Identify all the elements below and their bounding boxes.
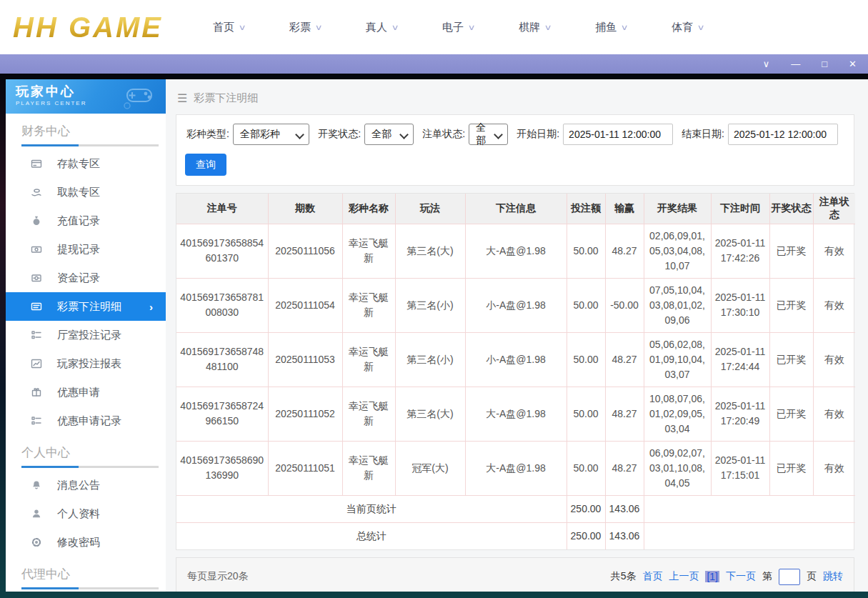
gamepad-icon <box>117 82 160 111</box>
page-summary-row: 当前页统计 250.00 143.06 <box>176 495 855 522</box>
cell-bet-amount: 50.00 <box>567 224 605 278</box>
end-date-label: 结束日期: <box>682 128 724 141</box>
page-number-input[interactable] <box>779 569 800 585</box>
section-title-finance: 财务中心 <box>21 123 166 139</box>
cell-order-status: 有效 <box>813 332 855 387</box>
nav-item-fishing[interactable]: 捕鱼 ∨ <box>595 21 627 34</box>
sidebar-item-profile[interactable]: 个人资料 <box>6 499 166 528</box>
jump-link[interactable]: 跳转 <box>823 570 843 583</box>
window-menu-chevron-icon[interactable]: ∨ <box>763 59 770 69</box>
close-button[interactable]: ✕ <box>849 59 857 69</box>
draw-status-value: 全部 <box>371 128 391 141</box>
sidebar-item-label: 彩票下注明细 <box>57 300 121 314</box>
cell-bet-time: 2025-01-11 17:30:10 <box>711 278 769 332</box>
nav-item-home[interactable]: 首页 ∨ <box>213 21 245 34</box>
logo: HH GAME <box>13 11 170 44</box>
sidebar-item-lottery-bet-detail[interactable]: 彩票下注明细 › <box>6 292 166 321</box>
col-header-order-status: 注单状态 <box>813 194 855 224</box>
cell-order-no: 401569173658854601370 <box>176 224 268 278</box>
nav-item-board-games[interactable]: 棋牌 ∨ <box>519 21 551 34</box>
top-nav: 首页 ∨ 彩票 ∨ 真人 ∨ 电子 ∨ 棋牌 ∨ 捕鱼 ∨ 体育 ∨ <box>213 21 704 34</box>
summary-bet-total: 250.00 <box>567 522 605 549</box>
end-date-input[interactable] <box>728 124 838 145</box>
sidebar-item-recharge-record[interactable]: 充值记录 <box>6 206 166 235</box>
cell-bet-time: 2025-01-11 17:15:01 <box>711 441 769 495</box>
list-card-icon <box>30 301 43 312</box>
nav-item-electronic[interactable]: 电子 ∨ <box>442 21 474 34</box>
cell-bet-info: 大-A盘@1.98 <box>465 387 567 441</box>
cell-order-no: 401569173658781008030 <box>176 278 268 332</box>
summary-bet-total: 250.00 <box>567 495 605 522</box>
sidebar-item-label: 资金记录 <box>57 271 100 285</box>
cell-play: 第三名(大) <box>395 387 465 441</box>
page-prefix-text: 第 <box>762 570 772 583</box>
sidebar-item-withdraw[interactable]: 取款专区 <box>6 178 166 206</box>
sidebar-item-deposit[interactable]: 存款专区 <box>6 149 166 178</box>
cell-draw-result: 02,06,09,01,05,03,04,08,10,07 <box>644 224 711 278</box>
col-header-bet-time: 下注时间 <box>711 194 769 224</box>
cell-bet-info: 小-A盘@1.98 <box>465 278 567 332</box>
cell-order-status: 有效 <box>813 441 855 495</box>
nav-item-lottery[interactable]: 彩票 ∨ <box>289 21 321 34</box>
cell-order-status: 有效 <box>813 224 855 278</box>
sidebar-item-promo-apply-record[interactable]: 优惠申请记录 <box>6 407 166 435</box>
cell-issue: 20250111054 <box>268 278 342 332</box>
cell-bet-amount: 50.00 <box>567 387 605 441</box>
breadcrumb: ☰ 彩票下注明细 <box>166 79 868 114</box>
section-divider <box>21 466 159 468</box>
chart-icon <box>30 358 43 369</box>
sidebar-item-promo-apply[interactable]: 优惠申请 <box>6 378 166 407</box>
minimize-button[interactable]: — <box>791 59 800 69</box>
summary-winloss-total: 143.06 <box>605 522 644 549</box>
cell-draw-status: 已开奖 <box>769 332 813 387</box>
sidebar-item-funds-record[interactable]: 资金记录 <box>6 264 166 292</box>
first-page-link[interactable]: 首页 <box>642 570 662 583</box>
cell-lottery-name: 幸运飞艇新 <box>342 278 395 332</box>
next-page-link[interactable]: 下一页 <box>726 570 756 583</box>
sidebar-item-label: 优惠申请记录 <box>57 414 121 428</box>
sidebar-item-label: 优惠申请 <box>57 386 100 399</box>
cell-winloss: 48.27 <box>605 387 644 441</box>
sidebar-item-label: 修改密码 <box>57 536 100 549</box>
order-status-value: 全部 <box>476 121 490 147</box>
hamburger-icon[interactable]: ☰ <box>177 91 187 105</box>
section-title-personal: 个人中心 <box>21 444 166 461</box>
cell-draw-status: 已开奖 <box>769 441 813 495</box>
sidebar-item-label: 取款专区 <box>57 186 100 199</box>
cell-play: 第三名(大) <box>395 224 465 278</box>
prev-page-link[interactable]: 上一页 <box>669 570 699 583</box>
lottery-type-select[interactable]: 全部彩种 <box>233 124 309 145</box>
table-row: 401569173658854601370 20250111056 幸运飞艇新 … <box>176 224 855 278</box>
search-button[interactable]: 查询 <box>185 154 226 176</box>
sidebar-item-player-bet-report[interactable]: 玩家投注报表 <box>6 349 166 378</box>
gift-icon <box>30 387 43 398</box>
table-row: 401569173658690136990 20250111051 幸运飞艇新 … <box>176 441 855 495</box>
bet-detail-table-card: 注单号 期数 彩种名称 玩法 下注信息 投注额 输赢 开奖结果 下注时间 开奖状… <box>176 193 854 550</box>
sidebar-item-withdrawal-record[interactable]: 提现记录 <box>6 235 166 264</box>
col-header-order-no: 注单号 <box>176 194 268 224</box>
nav-item-sports[interactable]: 体育 ∨ <box>672 21 704 34</box>
order-status-select[interactable]: 全部 <box>469 124 508 145</box>
lottery-type-label: 彩种类型: <box>186 128 229 141</box>
nav-item-live[interactable]: 真人 ∨ <box>366 21 398 34</box>
maximize-button[interactable]: □ <box>822 59 827 69</box>
nav-label: 真人 <box>366 21 387 34</box>
section-divider <box>21 144 159 146</box>
nav-label: 体育 <box>672 21 693 34</box>
start-date-input[interactable] <box>563 124 673 145</box>
cell-winloss: -50.00 <box>605 278 644 332</box>
sidebar-item-messages[interactable]: 消息公告 <box>6 471 166 499</box>
money-bag-icon <box>30 215 43 226</box>
bell-icon <box>30 479 43 491</box>
sidebar-item-change-password[interactable]: 修改密码 <box>6 528 166 557</box>
cell-draw-result: 06,09,02,07,03,01,10,08,04,05 <box>644 441 711 495</box>
main-content: ☰ 彩票下注明细 彩种类型: 全部彩种 开奖状态: 全部 注单状态: 全部 开始… <box>166 79 868 592</box>
cell-issue: 20250111051 <box>268 441 342 495</box>
draw-status-select[interactable]: 全部 <box>364 124 414 145</box>
section-divider <box>21 587 159 589</box>
cell-order-status: 有效 <box>813 387 855 441</box>
cell-lottery-name: 幸运飞艇新 <box>342 387 395 441</box>
cell-order-no: 401569173658724966150 <box>176 387 268 441</box>
sidebar-item-hall-bet-record[interactable]: 厅室投注记录 <box>6 321 166 349</box>
gear-icon <box>30 537 43 548</box>
